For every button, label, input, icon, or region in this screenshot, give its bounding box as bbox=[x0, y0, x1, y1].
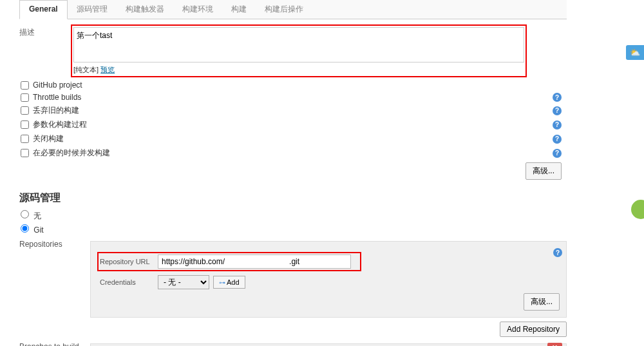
repo-url-highlight-box: Repository URL bbox=[97, 252, 361, 271]
help-icon[interactable]: ? bbox=[553, 93, 562, 102]
green-circle-widget[interactable] bbox=[631, 200, 644, 219]
radio-scm-git[interactable] bbox=[21, 224, 29, 233]
repositories-label: Repositories bbox=[19, 237, 90, 249]
checkbox-discard-old[interactable] bbox=[21, 106, 29, 115]
repo-advanced-button[interactable]: 高级... bbox=[524, 293, 560, 311]
checkbox-label: 丢弃旧的构建 bbox=[33, 105, 79, 116]
checkbox-label: GitHub project bbox=[33, 81, 82, 90]
branches-label: Branches to build bbox=[19, 340, 90, 346]
format-plain-text: [纯文本] bbox=[73, 66, 99, 73]
help-icon[interactable]: ? bbox=[553, 248, 562, 257]
scm-heading: 源码管理 bbox=[19, 191, 567, 205]
help-icon[interactable]: ? bbox=[553, 149, 562, 158]
tab-general[interactable]: General bbox=[19, 0, 68, 19]
add-credentials-button[interactable]: ⊶Add bbox=[213, 276, 245, 289]
tab-environment[interactable]: 构建环境 bbox=[173, 0, 222, 19]
description-textarea[interactable]: 第一个tast bbox=[73, 27, 524, 62]
checkbox-label: 关闭构建 bbox=[33, 133, 64, 144]
key-icon: ⊶ bbox=[219, 279, 225, 286]
advanced-button[interactable]: 高级... bbox=[526, 162, 562, 180]
description-highlight-box: 第一个tast [纯文本] 预览 bbox=[71, 24, 527, 77]
repo-url-label: Repository URL bbox=[100, 258, 158, 265]
checkbox-throttle-builds[interactable] bbox=[21, 93, 29, 102]
checkbox-label: 参数化构建过程 bbox=[33, 119, 87, 130]
radio-scm-none[interactable] bbox=[21, 210, 29, 218]
tab-triggers[interactable]: 构建触发器 bbox=[117, 0, 173, 19]
description-label: 描述 bbox=[19, 24, 71, 38]
tab-build[interactable]: 构建 bbox=[222, 0, 256, 19]
side-widget[interactable]: ⛅ bbox=[626, 45, 644, 60]
checkbox-concurrent[interactable] bbox=[21, 149, 29, 157]
delete-branch-button[interactable]: X bbox=[547, 343, 562, 346]
repository-panel: ? Repository URL Credentials - 无 - ⊶Add … bbox=[90, 241, 567, 318]
tab-scm[interactable]: 源码管理 bbox=[68, 0, 117, 19]
add-repository-button[interactable]: Add Repository bbox=[500, 322, 567, 337]
checkbox-disable-build[interactable] bbox=[21, 135, 29, 143]
checkbox-label: 在必要的时候并发构建 bbox=[33, 148, 110, 159]
config-tabs: General 源码管理 构建触发器 构建环境 构建 构建后操作 bbox=[19, 0, 567, 19]
help-icon[interactable]: ? bbox=[553, 135, 562, 144]
repo-url-input[interactable] bbox=[158, 255, 351, 269]
help-icon[interactable]: ? bbox=[553, 120, 562, 130]
checkbox-github-project[interactable] bbox=[21, 81, 29, 90]
checkbox-label: Throttle builds bbox=[33, 93, 81, 102]
branch-panel: X ? Branch Specifier (blank for 'any') bbox=[90, 343, 567, 346]
radio-label: Git bbox=[33, 226, 43, 235]
tab-postbuild[interactable]: 构建后操作 bbox=[256, 0, 312, 19]
credentials-select[interactable]: - 无 - bbox=[158, 275, 209, 289]
credentials-label: Credentials bbox=[97, 278, 158, 286]
help-icon[interactable]: ? bbox=[553, 106, 562, 115]
checkbox-parameterized[interactable] bbox=[21, 120, 29, 129]
radio-label: 无 bbox=[33, 211, 41, 220]
format-preview-link[interactable]: 预览 bbox=[100, 66, 115, 73]
cloud-widget-icon[interactable]: ⛅ bbox=[626, 45, 644, 60]
